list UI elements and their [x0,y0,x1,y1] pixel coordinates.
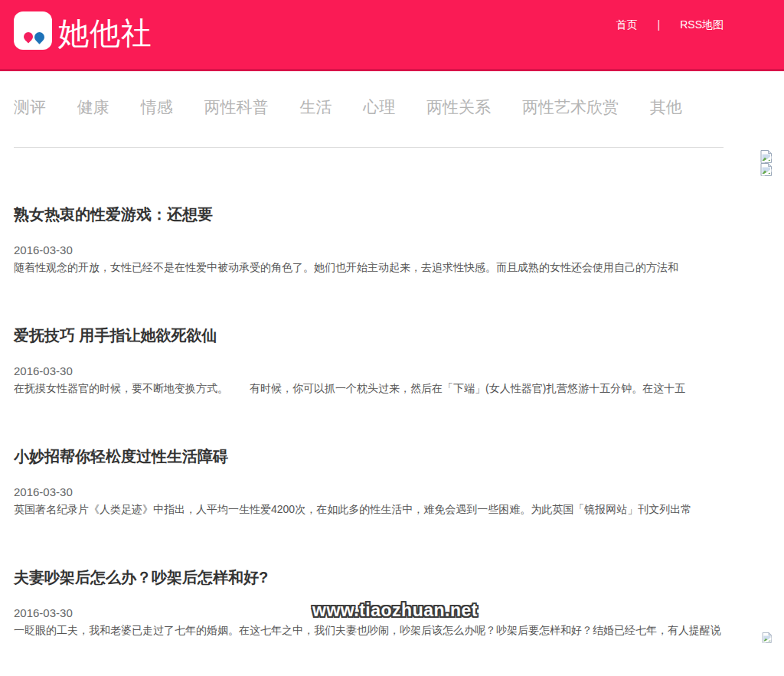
tab-jiankang[interactable]: 健康 [77,98,109,116]
article-excerpt: 一眨眼的工夫，我和老婆已走过了七年的婚姻。在这七年之中，我们夫妻也吵闹，吵架后该… [14,625,724,636]
article-item: 小妙招帮你轻松度过性生活障碍 2016-03-30 英国著名纪录片《人类足迹》中… [14,448,724,515]
top-nav: 首页|RSS地图 [616,18,724,32]
article-item: 爱抚技巧 用手指让她欲死欲仙 2016-03-30 在抚摸女性器官的时候，要不断… [14,327,724,394]
article-excerpt: 英国著名纪录片《人类足迹》中指出，人平均一生性爱4200次，在如此多的性生活中，… [14,504,724,515]
article-date: 2016-03-30 [14,244,724,256]
site-logo[interactable] [14,11,52,50]
article-title[interactable]: 夫妻吵架后怎么办？吵架后怎样和好? [14,569,724,586]
tab-shenghuo[interactable]: 生活 [299,98,332,116]
tabs-divider [14,147,724,148]
tab-ceping[interactable]: 测评 [14,98,46,116]
logo-comma-pink-icon [22,31,35,44]
nav-separator: | [658,18,661,31]
broken-image-icon [760,150,772,163]
tab-liangxing-yishu[interactable]: 两性艺术欣赏 [522,98,619,116]
site-title: 她他社 [58,14,152,52]
nav-rss-link[interactable]: RSS地图 [680,18,724,31]
tab-qinggan[interactable]: 情感 [141,98,173,116]
article-date: 2016-03-30 [14,365,724,377]
tab-xinli[interactable]: 心理 [363,98,395,116]
nav-home-link[interactable]: 首页 [616,18,638,31]
article-excerpt: 随着性观念的开放，女性已经不是在性爱中被动承受的角色了。她们也开始主动起来，去追… [14,262,724,273]
article-title[interactable]: 熟女热衷的性爱游戏：还想要 [14,206,724,223]
broken-image-icon [762,632,772,643]
article-list: 熟女热衷的性爱游戏：还想要 2016-03-30 随着性观念的开放，女性已经不是… [14,206,724,636]
article-item: 熟女热衷的性爱游戏：还想要 2016-03-30 随着性观念的开放，女性已经不是… [14,206,724,273]
watermark: www.tiaozhuan.net [312,600,478,621]
article-title[interactable]: 小妙招帮你轻松度过性生活障碍 [14,448,724,465]
article-date: 2016-03-30 [14,486,724,498]
tab-qita[interactable]: 其他 [650,98,682,116]
article-title[interactable]: 爱抚技巧 用手指让她欲死欲仙 [14,327,724,344]
article-excerpt: 在抚摸女性器官的时候，要不断地变换方式。 有时候，你可以抓一个枕头过来，然后在「… [14,383,724,394]
site-header: 她他社 首页|RSS地图 [0,0,784,71]
broken-image-icon [760,163,772,176]
category-tabs: 测评 健康 情感 两性科普 生活 心理 两性关系 两性艺术欣赏 其他 [14,99,784,116]
logo-comma-blue-icon [32,30,46,44]
tab-liangxing-kepu[interactable]: 两性科普 [204,98,269,116]
tab-liangxing-guanxi[interactable]: 两性关系 [426,98,491,116]
